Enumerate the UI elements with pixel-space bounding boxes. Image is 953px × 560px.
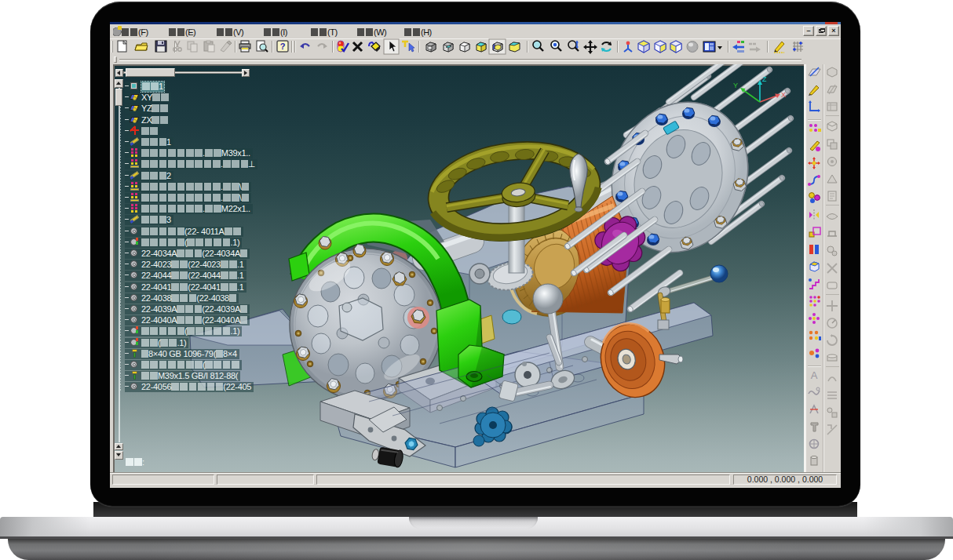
svg-text:Y: Y bbox=[733, 82, 738, 89]
svg-text:A: A bbox=[811, 369, 818, 381]
svg-text:Z: Z bbox=[762, 75, 767, 83]
svg-text:?: ? bbox=[280, 42, 286, 51]
svg-text:X: X bbox=[781, 91, 786, 99]
